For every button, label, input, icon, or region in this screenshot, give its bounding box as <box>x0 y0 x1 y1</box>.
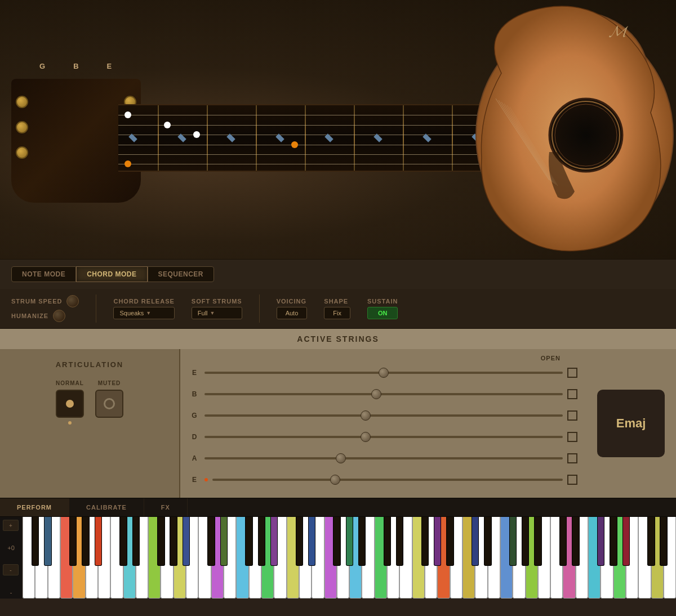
black-key-27[interactable] <box>509 517 517 566</box>
brand-logo: 𝓜 <box>609 23 625 41</box>
black-key-29[interactable] <box>534 517 541 566</box>
slider-thumb-b[interactable] <box>371 389 381 399</box>
fret-dot-3 <box>193 131 200 138</box>
checkbox-g[interactable] <box>567 410 577 421</box>
black-key-16[interactable] <box>308 517 315 566</box>
checkbox-e-high[interactable] <box>567 368 577 378</box>
chord-mode-button[interactable]: CHORD MODE <box>76 266 147 282</box>
checkbox-e-low[interactable] <box>567 475 577 485</box>
fret-dot-1 <box>124 111 131 118</box>
octave-down-button[interactable]: - <box>3 564 19 575</box>
black-key-25[interactable] <box>472 517 479 566</box>
controls-section: STRUM SPEED HUMANIZE CHORD RELEASE Squea… <box>0 289 676 329</box>
black-key-3[interactable] <box>82 517 89 566</box>
black-key-5[interactable] <box>119 517 127 566</box>
black-key-23[interactable] <box>434 517 441 566</box>
black-key-28[interactable] <box>522 517 529 566</box>
black-key-2[interactable] <box>69 517 77 566</box>
black-key-4[interactable] <box>95 517 102 566</box>
chord-release-label: CHORD RELEASE <box>113 298 174 305</box>
black-key-32[interactable] <box>597 517 604 566</box>
guitar-body-svg <box>383 0 676 259</box>
string-name-e-high: E <box>189 369 200 377</box>
black-key-30[interactable] <box>559 517 567 566</box>
black-key-21[interactable] <box>396 517 403 566</box>
chord-release-value: Squeaks <box>119 310 144 316</box>
black-key-33[interactable] <box>610 517 617 566</box>
slider-track-e-high[interactable] <box>204 372 563 374</box>
tab-fx[interactable]: FX <box>144 498 188 516</box>
slider-track-e-low[interactable] <box>212 479 563 481</box>
black-key-12[interactable] <box>245 517 252 566</box>
black-key-20[interactable] <box>384 517 391 566</box>
muted-button[interactable] <box>95 390 123 418</box>
string-labels-top: G B E <box>39 62 112 70</box>
normal-label: NORMAL <box>56 380 84 386</box>
slider-track-g[interactable] <box>204 414 563 417</box>
black-key-9[interactable] <box>183 517 190 566</box>
articulation-label: ARTICULATION <box>56 360 124 369</box>
tab-perform[interactable]: PERFORM <box>0 498 69 516</box>
black-key-17[interactable] <box>333 517 340 566</box>
black-key-11[interactable] <box>220 517 228 566</box>
slider-track-a[interactable] <box>204 457 563 459</box>
checkbox-a[interactable] <box>567 453 577 463</box>
articulation-section: ARTICULATION NORMAL MUTED <box>0 349 180 498</box>
main-panel: ACTIVE STRINGS ARTICULATION NORMAL MUTED <box>0 329 676 498</box>
chord-release-dropdown[interactable]: Squeaks ▼ <box>113 307 174 319</box>
slider-thumb-d[interactable] <box>361 432 371 442</box>
string-name-a: A <box>189 454 200 462</box>
sequencer-button[interactable]: SEQUENCER <box>148 266 215 282</box>
string-name-g: G <box>189 412 200 419</box>
black-key-24[interactable] <box>446 517 453 566</box>
e-low-dot <box>204 478 208 481</box>
slider-track-b[interactable] <box>204 393 563 395</box>
black-key-13[interactable] <box>258 517 265 566</box>
black-key-36[interactable] <box>660 517 667 566</box>
normal-button[interactable] <box>56 390 84 418</box>
strum-speed-knob[interactable] <box>66 295 79 307</box>
black-key-6[interactable] <box>132 517 140 566</box>
slider-track-d[interactable] <box>204 436 563 438</box>
tab-calibrate[interactable]: CALIBRATE <box>69 498 144 516</box>
string-label-b: B <box>73 62 78 70</box>
black-key-0[interactable] <box>32 517 39 566</box>
slider-thumb-e-high[interactable] <box>379 368 389 378</box>
black-key-18[interactable] <box>346 517 353 566</box>
black-key-19[interactable] <box>358 517 366 566</box>
voicing-label: VOICING <box>277 298 308 305</box>
note-mode-button[interactable]: NOTE MODE <box>11 266 76 282</box>
soft-strums-dropdown[interactable]: Full ▼ <box>192 307 242 319</box>
humanize-knob[interactable] <box>53 310 65 322</box>
black-key-8[interactable] <box>170 517 177 566</box>
octave-up-button[interactable]: + <box>3 520 19 531</box>
string-name-e-low: E <box>189 476 200 484</box>
sustain-group: SUSTAIN ON <box>367 298 398 319</box>
black-key-1[interactable] <box>44 517 51 566</box>
normal-button-group: NORMAL <box>56 380 84 425</box>
string-name-d: D <box>189 433 200 441</box>
black-key-22[interactable] <box>421 517 429 566</box>
black-key-10[interactable] <box>207 517 215 566</box>
sustain-toggle[interactable]: ON <box>367 307 398 319</box>
checkbox-b[interactable] <box>567 389 577 399</box>
fret-dot-5 <box>291 141 298 148</box>
black-key-34[interactable] <box>622 517 630 566</box>
slider-thumb-g[interactable] <box>361 410 371 421</box>
black-key-35[interactable] <box>647 517 655 566</box>
normal-button-dot <box>66 400 74 408</box>
black-key-15[interactable] <box>296 517 303 566</box>
slider-thumb-a[interactable] <box>336 453 346 463</box>
slider-thumb-e-low[interactable] <box>330 475 340 485</box>
black-key-14[interactable] <box>270 517 278 566</box>
voicing-group: VOICING Auto <box>277 298 308 319</box>
string-label-g: G <box>39 62 45 70</box>
checkbox-d[interactable] <box>567 432 577 442</box>
black-key-26[interactable] <box>484 517 491 566</box>
fret-dot-2 <box>164 122 171 128</box>
shape-display: Fix <box>324 307 350 319</box>
black-key-7[interactable] <box>157 517 164 566</box>
keyboard-keys <box>23 517 676 599</box>
string-row-e-high: E <box>189 364 577 382</box>
black-key-31[interactable] <box>572 517 579 566</box>
